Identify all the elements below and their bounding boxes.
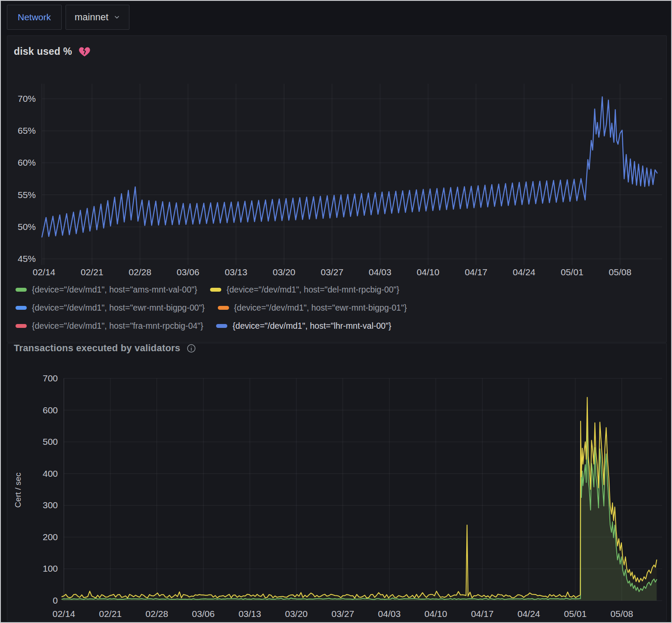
validators-yellow-fill [62,397,656,601]
disk-y-tick: 60% [18,157,36,167]
tx-y-tick: 200 [43,532,58,542]
legend-swatch-icon [210,288,221,292]
validators-yellow-line [62,397,656,598]
tx-grid [64,378,662,601]
tx-y-tick: 600 [43,405,58,415]
disk-x-tick: 05/01 [561,267,584,277]
network-variable-label: Network [7,5,62,30]
disk-x-tick: 04/24 [513,267,536,277]
legend-label: {device="/dev/md1", host="fra-mnt-rpcbig… [32,321,203,331]
tx-x-tick: 04/17 [471,609,494,619]
network-variable-dropdown[interactable]: mainnet [66,5,129,30]
disk-x-tick: 04/03 [369,267,392,277]
validators-green-fill [62,411,656,601]
legend-label: {device="/dev/md1", host="lhr-mnt-val-00… [232,321,391,331]
disk-x-tick: 02/28 [129,267,151,277]
legend-swatch-icon [216,324,227,328]
variable-toolbar: Network mainnet [1,1,671,35]
disk-x-tick: 05/08 [609,267,631,277]
tx-x-tick: 02/14 [53,609,75,619]
disk-y-tick: 55% [18,190,36,200]
legend-swatch-icon [16,306,27,310]
tx-x-tick: 03/20 [285,609,308,619]
disk-x-tick: 02/21 [81,267,104,277]
tx-x-tick: 05/01 [564,609,587,619]
legend-label: {device="/dev/md1", host="ams-mnt-val-00… [32,285,197,295]
disk-series-line [42,97,657,237]
grafana-dashboard: Network mainnet disk used % Transactions… [0,0,672,623]
tx-y-axis-label: Cert / sec [13,472,22,507]
disk-x-tick: 03/20 [273,267,295,277]
tx-y-tick: 700 [43,373,58,383]
legend-item-5[interactable]: {device="/dev/md1", host="lhr-mnt-val-00… [216,321,391,331]
legend-label: {device="/dev/md1", host="ewr-mnt-bigpg-… [234,303,407,313]
tx-x-tick: 03/27 [332,609,355,619]
disk-y-tick: 70% [18,94,36,104]
transactions-chart-canvas[interactable]: 02/1402/2102/2803/0603/1303/2003/2704/03… [1,363,672,623]
disk-x-tick: 04/17 [465,267,487,277]
network-variable-label-text: Network [18,12,51,22]
disk-x-tick: 04/10 [417,267,440,277]
disk-x-tick: 03/27 [321,267,344,277]
tx-y-tick: 500 [43,437,58,447]
legend-item-3[interactable]: {device="/dev/md1", host="ewr-mnt-bigpg-… [218,303,407,313]
legend-swatch-icon [16,324,27,328]
tx-x-tick: 03/13 [239,609,261,619]
tx-y-tick: 300 [43,500,58,510]
disk-chart-legend: {device="/dev/md1", host="ams-mnt-val-00… [16,285,585,331]
disk-y-tick: 50% [18,222,36,232]
tx-y-tick: 0 [53,595,58,605]
legend-swatch-icon [218,306,229,310]
tx-x-tick: 05/08 [610,609,633,619]
tx-y-tick: 100 [43,563,58,573]
tx-y-tick: 400 [43,469,58,478]
legend-label: {device="/dev/md1", host="del-mnt-rpcbig… [226,285,399,295]
disk-x-tick: 02/14 [33,267,56,277]
legend-item-2[interactable]: {device="/dev/md1", host="ewr-mnt-bigpg-… [16,303,205,313]
tx-x-tick: 03/06 [192,609,215,619]
disk-x-tick: 03/13 [225,267,248,277]
legend-item-4[interactable]: {device="/dev/md1", host="fra-mnt-rpcbig… [16,321,203,331]
tx-x-tick: 02/21 [99,609,122,619]
tx-x-tick: 04/24 [518,609,540,619]
legend-label: {device="/dev/md1", host="ewr-mnt-bigpg-… [32,303,205,313]
tx-x-tick: 04/03 [378,609,401,619]
network-variable-value: mainnet [75,12,108,23]
info-circle-icon[interactable] [186,343,196,353]
disk-y-tick: 65% [18,126,36,135]
legend-item-0[interactable]: {device="/dev/md1", host="ams-mnt-val-00… [16,285,197,295]
disk-x-tick: 03/06 [177,267,200,277]
disk-grid [42,84,662,265]
disk-y-tick: 45% [18,254,36,264]
chevron-down-icon [113,14,120,21]
legend-item-1[interactable]: {device="/dev/md1", host="del-mnt-rpcbig… [210,285,399,295]
validators-green-line [62,411,656,599]
disk-used-chart-canvas[interactable]: 02/1402/2102/2803/0603/1303/2003/2704/03… [1,35,672,282]
transactions-panel-title[interactable]: Transactions executed by validators [14,343,180,354]
tx-x-tick: 04/10 [424,609,447,619]
legend-swatch-icon [16,288,27,292]
tx-x-tick: 02/28 [145,609,168,619]
